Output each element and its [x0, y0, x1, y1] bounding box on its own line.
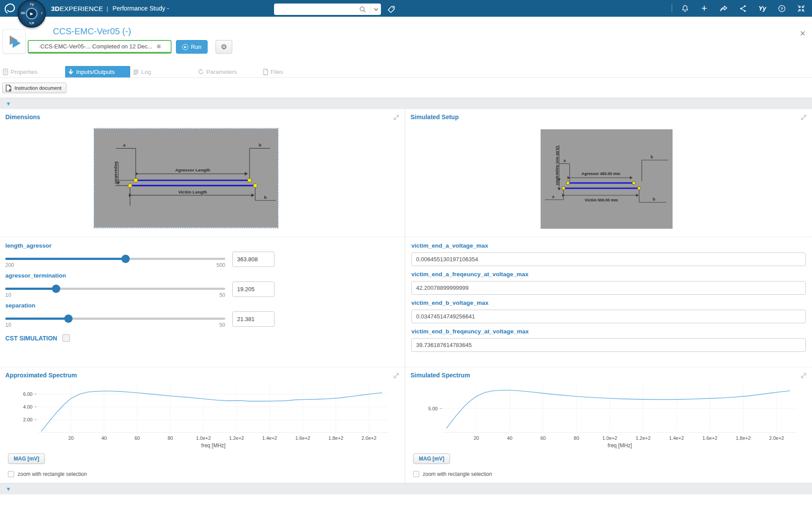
- file-icon: [263, 69, 268, 75]
- collapse-triangle-icon[interactable]: ▼: [6, 486, 11, 492]
- output-field: victim_end_b_freqeuncy_at_voltage_max: [411, 328, 806, 352]
- tab-files[interactable]: Files: [260, 66, 326, 77]
- compass-play-icon[interactable]: ▶: [26, 8, 37, 19]
- swym-communities-icon[interactable]: Yy: [756, 2, 769, 15]
- list-menu-icon[interactable]: ≡: [157, 43, 161, 51]
- agressor-termination-slider[interactable]: 10 50: [5, 285, 225, 298]
- tab-inputs-outputs[interactable]: Inputs/Outputs: [65, 66, 130, 77]
- search-icon[interactable]: [356, 3, 369, 16]
- dimensions-diagram[interactable]: a b b Separation Agressor Length Victim …: [94, 128, 278, 228]
- study-title: CCS-EMC-Ver05 (-): [53, 26, 812, 37]
- svg-text:Victim Length: Victim Length: [178, 190, 207, 194]
- output-label: victim_end_b_freqeuncy_at_voltage_max: [411, 328, 806, 335]
- svg-text:a: a: [123, 143, 126, 147]
- topbar: Yy 3D i V,R ▶ 3DEXPERIENCE | Performance…: [0, 0, 812, 17]
- expand-icon[interactable]: [800, 372, 808, 381]
- svg-text:15.00 mm Separation: 15.00 mm Separation: [555, 146, 560, 185]
- svg-text:freq [MHz]: freq [MHz]: [201, 442, 225, 449]
- search-divider: [370, 6, 370, 13]
- svg-text:Victim 500.00 mm: Victim 500.00 mm: [585, 198, 618, 202]
- input-parameters-panel: length_agressor 200 500 agressor_termina…: [0, 237, 405, 367]
- simulation-result-select[interactable]: ·CCS-EMC-Ver05-... Completed on 12 Dec..…: [28, 40, 172, 54]
- slider-min: 200: [5, 262, 14, 268]
- brand-3d: 3D: [51, 5, 60, 12]
- share-nodes-icon[interactable]: [736, 2, 750, 15]
- notifications-bell-icon[interactable]: [678, 2, 691, 15]
- mag-unit-button[interactable]: MAG [mV]: [8, 453, 45, 464]
- mag-unit-button[interactable]: MAG [mV]: [413, 453, 450, 464]
- dimensions-panel: Dimensions: [0, 109, 405, 237]
- tab-parameters[interactable]: Parameters: [195, 66, 260, 77]
- svg-text:4.00: 4.00: [23, 404, 33, 409]
- svg-text:80: 80: [574, 435, 579, 441]
- search-input[interactable]: [278, 4, 356, 14]
- settings-button[interactable]: ⚙: [216, 40, 232, 54]
- dimensions-title: Dimensions: [5, 113, 399, 121]
- help-icon[interactable]: ?: [775, 2, 788, 15]
- slider-fill: [5, 288, 56, 290]
- zoom-rectangle-row: zoom with rectangle selection: [8, 471, 399, 477]
- svg-text:40: 40: [507, 435, 512, 441]
- length-agressor-value[interactable]: [232, 252, 274, 267]
- simulated-setup-diagram: 15.00 mm Separation a b a b Agressor 450…: [541, 129, 673, 229]
- separation-value[interactable]: [232, 311, 274, 327]
- add-plus-icon[interactable]: +: [698, 2, 711, 15]
- svg-text:Agressor Length: Agressor Length: [175, 168, 210, 172]
- output-label: victim_end_a_freqeuncy_at_voltage_max: [411, 271, 806, 278]
- simulated-setup-panel: Simulated Setup: [405, 109, 812, 237]
- tab-log[interactable]: Log: [130, 66, 195, 77]
- expand-icon[interactable]: [800, 113, 808, 123]
- victim-end-a-frequency-at-voltage-max-field[interactable]: [411, 281, 806, 295]
- zoom-rectangle-checkbox[interactable]: [413, 471, 419, 477]
- parameters-icon: [198, 69, 204, 75]
- collapse-triangle-icon[interactable]: ▼: [6, 101, 11, 107]
- output-field: victim_end_b_voltage_max: [411, 300, 806, 323]
- svg-text:b: b: [651, 155, 653, 159]
- length-agressor-slider[interactable]: 200 500: [5, 255, 225, 268]
- expand-icon[interactable]: [392, 113, 400, 123]
- 3dexperience-compass[interactable]: Yy 3D i V,R ▶: [18, 0, 46, 28]
- slider-max: 50: [219, 292, 225, 298]
- zoom-rectangle-row: zoom with rectangle selection: [413, 471, 807, 477]
- slider-min: 10: [5, 322, 11, 328]
- simulation-result-text: ·CCS-EMC-Ver05-... Completed on 12 Dec..…: [39, 43, 153, 50]
- expand-icon[interactable]: [392, 372, 400, 381]
- victim-end-b-voltage-max-field[interactable]: [411, 310, 806, 323]
- slider-fill: [5, 258, 125, 260]
- instruction-document-button[interactable]: Instruction document: [2, 83, 66, 93]
- chevron-down-icon[interactable]: [371, 3, 381, 16]
- search-box[interactable]: [274, 4, 381, 15]
- section-collapse-strip-top[interactable]: ▼: [0, 98, 812, 109]
- svg-text:20: 20: [474, 435, 479, 441]
- tab-properties[interactable]: Properties: [0, 66, 65, 77]
- slider-label: agressor_termination: [5, 272, 399, 279]
- svg-text:2.0e+2: 2.0e+2: [362, 435, 377, 441]
- section-collapse-strip-bottom[interactable]: ▼: [0, 483, 812, 494]
- arrow-down-icon: [68, 69, 74, 75]
- output-field: victim_end_a_freqeuncy_at_voltage_max: [411, 271, 806, 295]
- separation-slider[interactable]: 10 50: [5, 315, 225, 328]
- zoom-rectangle-label: zoom with rectangle selection: [423, 471, 492, 477]
- tag-icon[interactable]: [384, 3, 398, 16]
- output-label: victim_end_b_voltage_max: [411, 300, 806, 306]
- output-label: victim_end_a_voltage_max: [411, 242, 806, 249]
- zoom-rectangle-checkbox[interactable]: [8, 471, 14, 477]
- run-button[interactable]: ▶ Run: [176, 40, 208, 54]
- cst-simulation-checkbox[interactable]: [62, 334, 70, 342]
- svg-text:1.2e+2: 1.2e+2: [636, 435, 651, 441]
- victim-end-a-voltage-max-field[interactable]: [411, 252, 806, 266]
- svg-text:Separation: Separation: [114, 161, 119, 183]
- svg-text:60: 60: [540, 435, 545, 441]
- share-forward-icon[interactable]: [717, 2, 730, 15]
- collapse-fullscreen-icon[interactable]: [794, 2, 808, 15]
- approximated-spectrum-chart[interactable]: 204060801.0e+21.2e+21.4e+21.6e+21.8e+22.…: [5, 380, 397, 452]
- svg-text:2.0e+2: 2.0e+2: [769, 435, 784, 441]
- svg-text:1.6e+2: 1.6e+2: [702, 435, 717, 441]
- close-icon[interactable]: ✕: [800, 29, 806, 38]
- svg-text:1.6e+2: 1.6e+2: [295, 435, 310, 441]
- cst-simulation-row: CST SIMULATION: [5, 334, 399, 342]
- victim-end-b-frequency-at-voltage-max-field[interactable]: [411, 338, 806, 352]
- agressor-termination-value[interactable]: [232, 281, 274, 297]
- performance-study-app-tile[interactable]: [3, 29, 26, 54]
- simulated-spectrum-chart[interactable]: 204060801.0e+21.2e+21.4e+21.6e+21.8e+22.…: [410, 380, 805, 452]
